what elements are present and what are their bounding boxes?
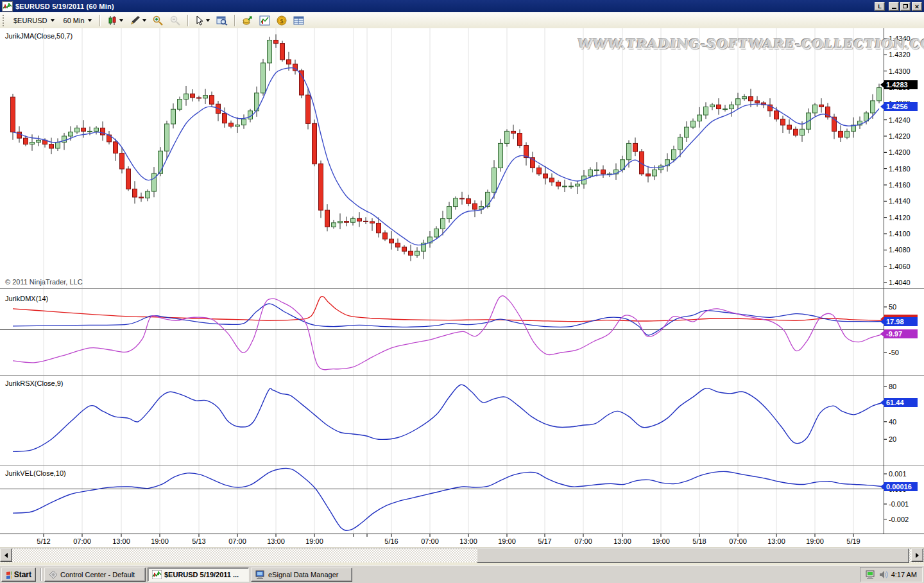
task-control-center[interactable]: Control Center - Default [44,568,146,582]
candle-body [877,88,882,101]
candle-body [370,222,375,223]
network-monitor-icon[interactable] [866,570,876,579]
candle-body [306,95,311,123]
candle-body [717,105,721,109]
candle-body [415,251,420,255]
candle-body [447,207,452,219]
candle-body [704,107,708,115]
candle-body [441,219,445,229]
candle-body [678,137,683,150]
candle-body [646,174,651,176]
dmx-panel-label: JurikDMX(14) [5,295,48,302]
data-box-icon [216,15,228,26]
candle-body [242,119,246,125]
vel-panel-label: JurikVEL(Close,10) [5,469,66,477]
toolbar-separator [99,15,101,26]
candle-body [325,210,330,227]
drawing-tools-dropdown[interactable] [126,13,150,28]
data-box-button[interactable] [213,13,231,28]
new-chart-button[interactable] [256,13,273,28]
candle-body [473,204,477,209]
jma-line [13,68,879,245]
minimize-button[interactable] [889,2,899,11]
candle-body [300,71,304,95]
candle-body [685,127,689,137]
dmx-red-line [13,297,882,322]
task-esignal-data-manager[interactable]: eSignal Data Manager [251,568,352,582]
candle-body [633,143,638,152]
candle-body [486,192,490,206]
restore-button[interactable] [900,2,911,11]
start-button[interactable]: Start [1,568,36,582]
candle-body [742,97,747,99]
system-tray: 4:17 AM [860,567,923,582]
zoom-out-icon [170,15,181,26]
candle-body [146,191,150,198]
window-title: $EURUSD 5/19/2011 (60 Min) [15,3,873,10]
candle-body [30,143,35,144]
instrument-selector[interactable]: $EURUSD [9,14,59,27]
toolbar-grip[interactable] [3,15,6,26]
candle-body [396,243,400,247]
candle-body [774,111,779,119]
candle-body [653,170,657,177]
chevron-down-icon [119,19,123,22]
market-analyzer-button[interactable] [290,13,307,28]
account-currency-button[interactable]: $ [273,13,290,28]
candle-body [499,143,503,168]
time-axis[interactable] [0,534,884,547]
scroll-left-button[interactable] [0,548,12,562]
scroll-right-button[interactable] [911,548,923,562]
candle-body [710,105,715,107]
candle-body [377,223,381,233]
close-button[interactable]: × [912,2,922,11]
zoom-in-icon [153,15,164,26]
svg-text:$: $ [280,17,283,24]
zoom-out-button[interactable] [167,13,184,28]
candle-body [755,101,760,103]
candle-body [492,168,497,192]
right-arrow-icon [916,553,919,558]
candle-body [338,222,343,223]
candle-body [171,109,176,124]
interval-selector[interactable]: 60 Min [59,14,96,27]
task-label: Control Center - Default [60,571,135,579]
candle-body [101,128,105,135]
candle-body [794,129,798,135]
candle-body [191,94,195,98]
chart-horizontal-scrollbar[interactable] [0,548,924,562]
candle-body [543,174,548,178]
chevron-down-icon [88,19,92,22]
candle-body [114,142,118,153]
candle-body [569,186,574,187]
candle-body [120,153,124,169]
candle-body [389,239,394,243]
chart-style-dropdown[interactable] [104,13,126,28]
candle-body [434,229,439,237]
candle-body [357,218,362,221]
candle-body [11,97,15,132]
volume-icon[interactable] [879,570,888,579]
candle-body [178,100,182,110]
candle-body [563,186,567,187]
candle-body [730,105,734,109]
chart-canvas[interactable]: 1.43401.43201.43001.42801.42601.42401.42… [0,28,924,547]
candle-body [800,129,805,135]
candle-body [505,131,509,143]
chart-trader-button[interactable] [239,13,256,28]
title-bar[interactable]: $EURUSD 5/19/2011 (60 Min) L × [0,0,924,12]
candle-body [280,44,285,60]
cursor-arrow-icon [195,15,204,26]
task-eurusd-chart[interactable]: $EURUSD 5/19/2011 ... [148,568,249,582]
price-axis[interactable] [884,28,924,534]
candle-body [197,98,201,98]
scrollbar-thumb[interactable] [477,548,909,563]
dmx-magenta-line [13,296,882,370]
candle-body [819,105,824,107]
link-button[interactable]: L [875,2,885,11]
candle-body [781,119,785,125]
taskbar-divider [40,568,42,581]
zoom-in-button[interactable] [150,13,167,28]
chevron-down-icon [142,19,146,22]
cursor-mode-dropdown[interactable] [192,13,213,28]
